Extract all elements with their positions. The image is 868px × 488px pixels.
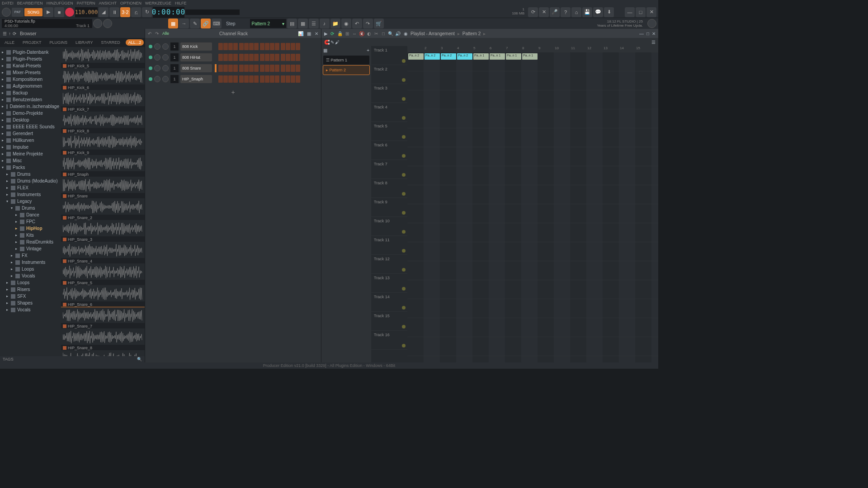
step-button[interactable]	[291, 75, 295, 83]
track-mute[interactable]	[402, 287, 406, 291]
pl-max-icon[interactable]: □	[646, 31, 649, 36]
menu-optionen[interactable]: OPTIONEN	[120, 1, 142, 5]
tree-item[interactable]: Gerendert	[0, 130, 61, 137]
rack-grid-icon[interactable]: ▦	[307, 31, 311, 36]
pl-paint-icon[interactable]: 🖌	[335, 40, 340, 45]
sample-item[interactable]: HIP_Kick_9	[61, 134, 145, 155]
view-mixer-icon[interactable]: ♪	[320, 19, 330, 28]
channel-vol-knob[interactable]	[162, 65, 169, 71]
tree-item[interactable]: FLEX	[0, 184, 61, 191]
step-button[interactable]	[228, 75, 233, 83]
track-header[interactable]: Track 8	[371, 179, 407, 198]
blend-icon[interactable]: ⎌	[131, 7, 141, 17]
step-button[interactable]	[265, 54, 269, 61]
step-button[interactable]	[249, 65, 254, 72]
tab-starred[interactable]: STARRED	[98, 39, 123, 46]
sample-item[interactable]: HIP_Kick_5	[61, 47, 145, 69]
track-mute[interactable]	[402, 116, 406, 120]
wait-input-icon[interactable]: ⏸	[109, 7, 119, 17]
pl-zoom-icon[interactable]: 🔍	[387, 30, 394, 37]
step-button[interactable]	[244, 43, 249, 50]
sample-item[interactable]: HIP_Snare	[61, 177, 145, 199]
step-button[interactable]	[270, 54, 274, 61]
step-button[interactable]	[286, 75, 290, 83]
sample-item[interactable]: HIP_Snare_9	[61, 351, 145, 356]
tree-item[interactable]: Impulse	[0, 144, 61, 150]
step-button[interactable]	[233, 43, 238, 50]
channel-row[interactable]: 1 808 Kick	[149, 42, 317, 52]
arrangement-grid[interactable]: 23456789101112131415 Pa..n 2Pa..n 2Pa..n…	[407, 46, 658, 362]
sample-item[interactable]: HIP_Snaph	[61, 155, 145, 177]
master-pitch-knob[interactable]	[103, 19, 112, 28]
step-button[interactable]	[223, 54, 228, 61]
step-button[interactable]	[265, 75, 269, 83]
step-button[interactable]	[218, 65, 223, 72]
step-button[interactable]	[218, 43, 223, 50]
pattern-clip[interactable]: Pa..n 2	[408, 53, 424, 60]
pl-mute-icon[interactable]: 🔇	[359, 30, 365, 37]
pl-crumb-arrangement[interactable]: Playlist - Arrangement	[410, 31, 455, 36]
rack-graph-icon[interactable]: 📊	[298, 31, 303, 36]
tab-plugins[interactable]: PLUGINS	[47, 39, 71, 46]
tree-item[interactable]: Kompositionen	[0, 76, 61, 83]
clip-row[interactable]	[407, 71, 658, 90]
save-icon[interactable]: 💾	[582, 7, 592, 17]
tab-alle[interactable]: ALLE	[2, 39, 17, 46]
channel-pan-knob[interactable]	[154, 54, 160, 61]
step-button[interactable]	[291, 43, 295, 50]
tree-item[interactable]: Instruments	[0, 191, 61, 198]
rack-undo-icon[interactable]: ↶	[148, 31, 151, 36]
track-mute[interactable]	[402, 135, 406, 139]
step-button[interactable]	[296, 54, 300, 61]
tree-item[interactable]: Kanal-Presets	[0, 62, 61, 69]
snap-icon[interactable]: ▦	[168, 19, 178, 28]
clip-row[interactable]	[407, 223, 658, 242]
clip-row[interactable]: Pa..n 2Pa..n 2Pa..n 2Pa..n 2Pa..n 1Pa..n…	[407, 52, 658, 71]
step-button[interactable]	[270, 43, 274, 50]
tab-all2[interactable]: ALL...2	[126, 39, 144, 46]
pl-play-icon[interactable]: ▶	[324, 31, 328, 36]
pl-lock-icon[interactable]: 🔒	[337, 30, 343, 37]
sample-item[interactable]: HIP_Snare_8	[61, 329, 145, 351]
sample-item[interactable]: HIP_Snare_4	[61, 242, 145, 264]
step-button[interactable]	[228, 43, 233, 50]
clip-row[interactable]	[407, 90, 658, 109]
tree-item[interactable]: Instruments	[0, 259, 61, 266]
step-button[interactable]	[275, 75, 279, 83]
track-header[interactable]: Track 4	[371, 103, 407, 122]
tree-item[interactable]: HipHop	[0, 225, 61, 232]
pl-slip-icon[interactable]: ◐	[366, 30, 372, 37]
tree-item[interactable]: Meine Projekte	[0, 150, 61, 157]
step-button[interactable]	[260, 43, 264, 50]
track-header[interactable]: Track 16	[371, 331, 407, 350]
globe-icon[interactable]	[647, 19, 656, 28]
track-mute[interactable]	[402, 173, 406, 177]
close-button[interactable]: ✕	[646, 7, 656, 17]
step-button[interactable]	[228, 65, 233, 72]
pl-min-icon[interactable]: —	[639, 31, 644, 36]
pat-mode-button[interactable]: PAT	[12, 8, 24, 17]
tree-item[interactable]: Vintage	[0, 245, 61, 252]
step-button[interactable]	[270, 75, 274, 83]
step-button[interactable]	[233, 65, 238, 72]
view-browser-icon[interactable]: 📁	[330, 19, 340, 28]
step-button[interactable]	[275, 54, 279, 61]
menu-datei[interactable]: DATEI	[2, 1, 14, 5]
track-header[interactable]: Track 3	[371, 84, 407, 103]
track-header[interactable]: Track 15	[371, 312, 407, 331]
tools-icon[interactable]: ✕	[539, 7, 549, 17]
sample-list[interactable]: HIP_Kick_5HIP_Kick_6HIP_Kick_7HIP_Kick_8…	[61, 47, 145, 356]
master-volume-knob[interactable]	[93, 19, 102, 28]
clip-row[interactable]	[407, 166, 658, 185]
stop-button[interactable]: ■	[54, 7, 64, 17]
step-button[interactable]	[239, 75, 244, 83]
maximize-button[interactable]: □	[636, 7, 646, 17]
tree-item[interactable]: Dance	[0, 211, 61, 218]
channel-name[interactable]: 808 HiHat	[180, 53, 212, 61]
clip-row[interactable]	[407, 318, 658, 337]
tree-item[interactable]: Mixer-Presets	[0, 69, 61, 76]
step-button[interactable]	[286, 65, 290, 72]
channel-vol-knob[interactable]	[162, 43, 169, 50]
tree-item[interactable]: Desktop	[0, 117, 61, 123]
step-button[interactable]	[239, 65, 244, 72]
